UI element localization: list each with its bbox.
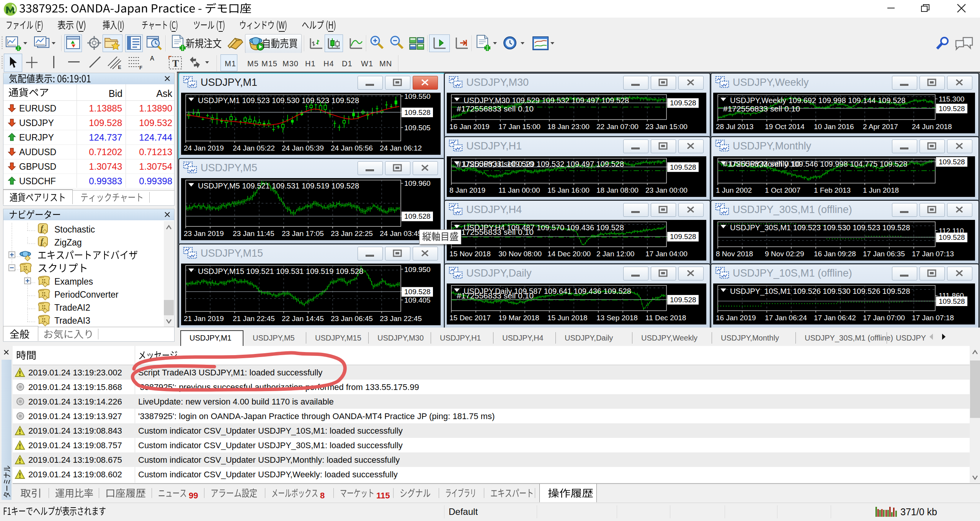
svg-text:#172556833 sell 0.10: #172556833 sell 0.10 (723, 104, 800, 113)
svg-text:23 Jan 22:45: 23 Jan 22:45 (380, 315, 422, 323)
svg-text:17 Jan 06:42: 17 Jan 06:42 (814, 314, 856, 322)
svg-text:2 Jan 12:00: 2 Jan 12:00 (596, 250, 634, 258)
svg-text:USDJPY,Weekly 109.692 109.998: USDJPY,Weekly 109.692 109.998 109.144 10… (730, 96, 906, 105)
svg-text:109.528: 109.528 (939, 297, 965, 305)
svg-text:USDJPY,M15 109.521 109.531 10: USDJPY,M15 109.521 109.531 109.519 109.5… (198, 267, 363, 275)
svg-text:109.528: 109.528 (939, 105, 965, 113)
svg-text:17 Jan 07:00: 17 Jan 07:00 (863, 314, 905, 322)
svg-text:23 Jan 17:05: 23 Jan 17:05 (282, 229, 324, 238)
svg-text:109.528: 109.528 (670, 99, 696, 107)
svg-text:16 Jan 09:28: 16 Jan 09:28 (814, 250, 856, 258)
svg-text:109.528: 109.528 (939, 233, 965, 241)
svg-text:28 Jul 2013: 28 Jul 2013 (716, 123, 753, 131)
svg-text:#172556833 sell 0.10: #172556833 sell 0.10 (457, 291, 534, 300)
svg-text:24 Jan 2019: 24 Jan 2019 (184, 144, 224, 152)
svg-text:109.528: 109.528 (670, 163, 696, 171)
svg-text:USDJPY,M30 109.529 109.532 10: USDJPY,M30 109.529 109.532 109.497 109.5… (464, 96, 629, 105)
svg-text:10 Jan 2016: 10 Jan 2016 (814, 123, 854, 131)
svg-text:USDJPY,M5 109.521 109.531 109: USDJPY,M5 109.521 109.531 109.519 109.52… (198, 182, 359, 190)
svg-text:19 Mar 2018: 19 Mar 2018 (498, 314, 539, 322)
svg-text:23 Jan 15:00: 23 Jan 15:00 (645, 123, 688, 131)
svg-text:8 Jan 2019: 8 Jan 2019 (449, 186, 485, 194)
svg-text:1 Oct 2007: 1 Oct 2007 (765, 186, 800, 194)
svg-text:18 Jan 23:00: 18 Jan 23:00 (547, 123, 590, 131)
svg-text:14 Dec 20:00: 14 Dec 20:00 (547, 250, 591, 258)
svg-text:E: E (118, 64, 121, 70)
svg-text:115.300: 115.300 (939, 95, 964, 103)
svg-text:#172556833 sell 0.10: #172556833 sell 0.10 (457, 104, 534, 113)
svg-text:24 Jan 05:39: 24 Jan 05:39 (282, 144, 324, 152)
svg-text:11 Jan 00:00: 11 Jan 00:00 (498, 186, 540, 194)
svg-text:USDJPY,M1 109.523 109.530 109: USDJPY,M1 109.523 109.530 109.523 109.52… (198, 96, 359, 105)
svg-text:15 Jun 2018: 15 Jun 2018 (547, 314, 588, 322)
svg-text:23 Jan 2019: 23 Jan 2019 (184, 229, 224, 238)
svg-text:23 Jan 06:45: 23 Jan 06:45 (331, 315, 373, 323)
svg-text:2 Apr 2017: 2 Apr 2017 (863, 123, 898, 131)
svg-text:#172556833 sell 0.10: #172556833 sell 0.10 (723, 159, 800, 168)
svg-text:1 Feb 2013: 1 Feb 2013 (814, 186, 851, 194)
svg-text:17 Jan 07:18: 17 Jan 07:18 (912, 314, 954, 322)
svg-text:109.950: 109.950 (404, 265, 431, 274)
svg-text:109.528: 109.528 (404, 212, 431, 220)
svg-text:109.505: 109.505 (404, 124, 431, 132)
svg-text:17 Jan 06:35: 17 Jan 06:35 (863, 250, 905, 258)
svg-text:17 Jan 06:24: 17 Jan 06:24 (765, 314, 807, 322)
svg-text:24 Jan 03:45: 24 Jan 03:45 (380, 229, 422, 238)
svg-text:24 Jun 2018: 24 Jun 2018 (912, 123, 952, 131)
svg-text:1 Jun 2018: 1 Jun 2018 (863, 186, 899, 194)
svg-text:8 Nov 2018: 8 Nov 2018 (716, 250, 753, 258)
svg-text:19 Oct 2014: 19 Oct 2014 (765, 123, 805, 131)
svg-text:1 Jun 2002: 1 Jun 2002 (716, 186, 752, 194)
svg-text:17 Jan 07:13: 17 Jan 07:13 (912, 250, 954, 258)
svg-text:24 Jan 05:22: 24 Jan 05:22 (233, 144, 275, 152)
svg-text:24 Jan 06:12: 24 Jan 06:12 (380, 144, 422, 152)
svg-text:22 Jan 07:00: 22 Jan 07:00 (596, 123, 639, 131)
svg-text:109.528: 109.528 (939, 158, 965, 166)
svg-text:#172556833 sell 0.10: #172556833 sell 0.10 (457, 228, 534, 236)
svg-text:16 Jan 2019: 16 Jan 2019 (716, 314, 756, 322)
svg-text:18 Jan 08:00: 18 Jan 08:00 (596, 186, 639, 194)
svg-text:11 Dec 2018: 11 Dec 2018 (645, 314, 686, 322)
svg-text:109.528: 109.528 (670, 233, 696, 241)
svg-text:15 Jan 16:00: 15 Jan 16:00 (547, 186, 590, 194)
svg-text:22 Jan 14:45: 22 Jan 14:45 (282, 315, 324, 323)
svg-text:15 Nov 2018: 15 Nov 2018 (449, 250, 491, 258)
svg-text:15 Dec 2017: 15 Dec 2017 (449, 314, 491, 322)
svg-text:T: T (172, 58, 179, 69)
svg-text:F: F (139, 65, 142, 70)
svg-text:21 Jan 2019: 21 Jan 2019 (184, 315, 224, 323)
svg-text:23 Jan 11:45: 23 Jan 11:45 (233, 229, 274, 238)
svg-text:9 Nov 02:29: 9 Nov 02:29 (765, 250, 804, 258)
svg-text:17 Jan 04:00: 17 Jan 04:00 (645, 250, 688, 258)
svg-text:109.960: 109.960 (404, 179, 431, 187)
svg-text:109.528: 109.528 (670, 296, 696, 304)
svg-text:#172556833 sell 0.10: #172556833 sell 0.10 (457, 159, 534, 168)
svg-text:109.405: 109.405 (404, 296, 431, 304)
svg-text:16 Jan 2019: 16 Jan 2019 (449, 123, 490, 131)
svg-text:17 Jan 15:00: 17 Jan 15:00 (498, 123, 541, 131)
svg-text:23 Jan 00:00: 23 Jan 00:00 (645, 186, 688, 194)
svg-text:30 Nov 08:00: 30 Nov 08:00 (498, 250, 542, 258)
svg-text:21 Jan 22:45: 21 Jan 22:45 (233, 315, 275, 323)
svg-text:13 Sep 2018: 13 Sep 2018 (596, 314, 638, 322)
svg-text:109.550: 109.550 (404, 93, 431, 100)
svg-text:24 Jan 05:56: 24 Jan 05:56 (331, 144, 373, 152)
svg-text:109.528: 109.528 (404, 108, 431, 116)
svg-text:USDJPY_10S,M1 109.526 109.530: USDJPY_10S,M1 109.526 109.530 109.526 10… (730, 287, 910, 296)
svg-text:USDJPY_30S,M1 109.523 109.530: USDJPY_30S,M1 109.523 109.530 109.523 10… (730, 223, 910, 232)
svg-text:109.528: 109.528 (404, 288, 431, 296)
svg-text:23 Jan 22:25: 23 Jan 22:25 (331, 229, 373, 238)
